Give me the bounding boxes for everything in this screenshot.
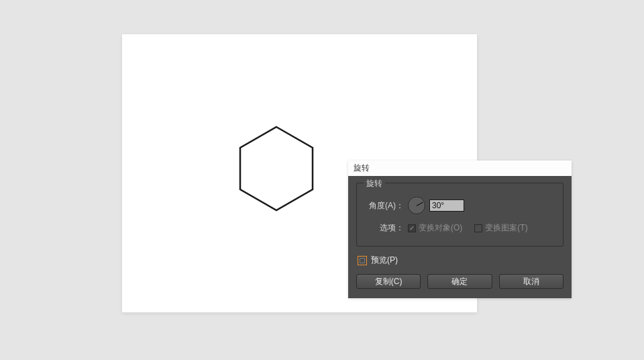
transform-objects-checkbox[interactable]: [408, 224, 416, 232]
hexagon-icon: [233, 126, 319, 212]
angle-row: 角度(A)：: [366, 197, 553, 214]
dialog-titlebar[interactable]: 旋转: [348, 161, 572, 176]
transform-patterns-option[interactable]: 变换图案(T): [474, 222, 527, 234]
transform-objects-option[interactable]: 变换对象(O): [408, 222, 462, 234]
dialog-body: 旋转 角度(A)： 选项： 变换对象(O) 变换图案(T): [348, 176, 572, 298]
options-label: 选项：: [366, 222, 408, 234]
button-row: 复制(C) 确定 取消: [356, 274, 564, 289]
transform-objects-label: 变换对象(O): [419, 222, 462, 234]
angle-dial[interactable]: [408, 197, 425, 214]
rotate-dialog: 旋转 旋转 角度(A)： 选项： 变换对象(O) 变换图案(T): [348, 161, 572, 298]
hexagon-shape[interactable]: [233, 126, 319, 212]
copy-button[interactable]: 复制(C): [356, 274, 421, 289]
fieldset-legend: 旋转: [364, 178, 385, 189]
transform-patterns-label: 变换图案(T): [485, 222, 527, 234]
transform-patterns-checkbox[interactable]: [474, 224, 482, 232]
svg-marker-0: [240, 127, 313, 210]
preview-checkbox-inner: [360, 258, 365, 263]
rotate-fieldset: 旋转 角度(A)： 选项： 变换对象(O) 变换图案(T): [356, 183, 564, 246]
dialog-title: 旋转: [354, 163, 370, 174]
preview-row[interactable]: 预览(P): [358, 255, 564, 266]
angle-label: 角度(A)：: [366, 200, 408, 212]
ok-button[interactable]: 确定: [427, 274, 492, 289]
cancel-button[interactable]: 取消: [499, 274, 564, 289]
preview-label: 预览(P): [371, 255, 398, 266]
options-row: 选项： 变换对象(O) 变换图案(T): [366, 222, 553, 234]
preview-checkbox[interactable]: [358, 256, 367, 265]
angle-input[interactable]: [429, 199, 464, 212]
